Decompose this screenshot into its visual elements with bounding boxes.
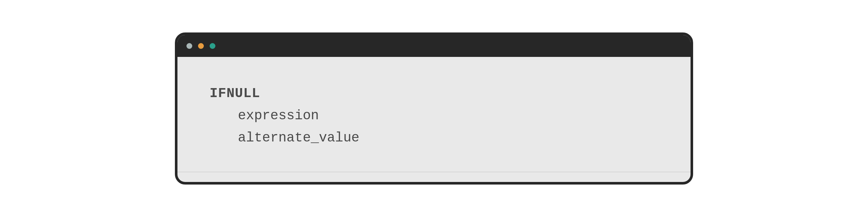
param-2: alternate_value — [210, 127, 658, 149]
code-content: IFNULL expression alternate_value — [178, 57, 690, 162]
maximize-icon[interactable] — [210, 43, 215, 49]
function-name: IFNULL — [210, 83, 658, 105]
close-icon[interactable] — [186, 43, 192, 49]
footer-space — [178, 172, 690, 182]
param-1: expression — [210, 105, 658, 127]
window-titlebar — [178, 35, 690, 57]
code-window: IFNULL expression alternate_value — [175, 32, 693, 185]
minimize-icon[interactable] — [198, 43, 204, 49]
